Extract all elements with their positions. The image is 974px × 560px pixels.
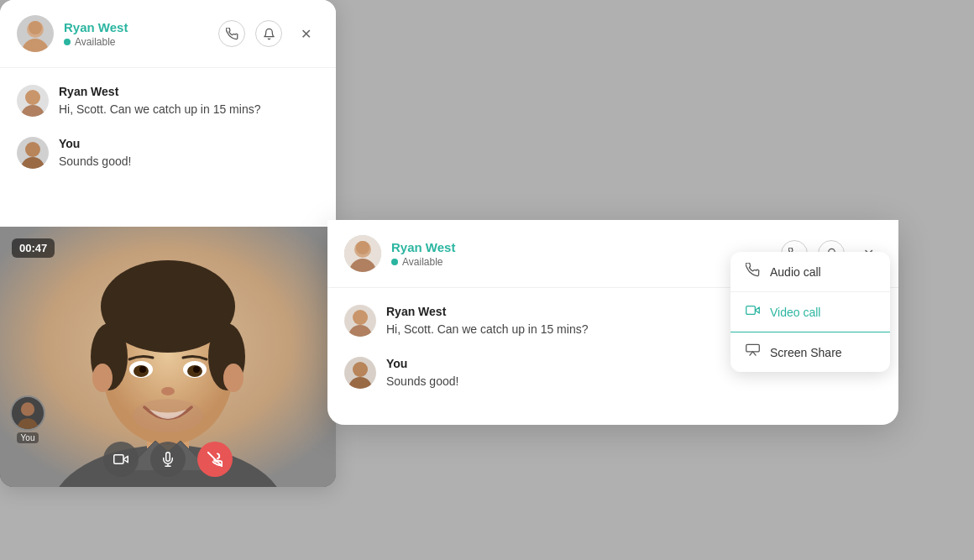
back-contact-avatar <box>17 15 54 52</box>
phone-icon <box>746 263 760 280</box>
svg-point-35 <box>356 241 369 254</box>
you-mini-avatar <box>10 395 45 431</box>
front-msg-ryan-avatar <box>344 305 376 337</box>
you-label: You <box>17 432 39 443</box>
call-options-dropdown: Audio call Video call <box>730 252 890 372</box>
svg-point-5 <box>25 90 40 105</box>
svg-rect-30 <box>114 455 123 464</box>
back-contact-info: Ryan West Available <box>64 20 208 48</box>
front-status-dot <box>391 259 398 265</box>
svg-rect-37 <box>746 306 756 315</box>
svg-point-0 <box>22 39 49 52</box>
call-timer: 00:47 <box>12 238 55 258</box>
video-icon <box>746 303 760 321</box>
front-card-header: Ryan West Available ✕ <box>327 220 898 288</box>
dropdown-audio-call[interactable]: Audio call <box>730 252 890 292</box>
svg-point-16 <box>92 364 113 392</box>
back-msg-ryan-text: Hi, Scott. Can we catch up in 15 mins? <box>59 102 260 118</box>
front-status-text: Available <box>402 256 442 268</box>
back-bell-button[interactable] <box>255 20 282 47</box>
svg-point-40 <box>353 310 368 325</box>
front-contact-info: Ryan West Available <box>391 240 771 268</box>
video-controls <box>103 442 233 477</box>
svg-marker-36 <box>755 307 759 313</box>
end-call-button[interactable] <box>197 442 233 477</box>
dropdown-screen-share-label: Screen Share <box>770 346 842 359</box>
screen-share-icon <box>746 343 760 361</box>
svg-point-22 <box>139 366 146 373</box>
back-status-row: Available <box>64 36 208 48</box>
front-msg-ryan-text: Hi, Scott. Can we catch up in 15 mins? <box>386 322 588 338</box>
front-msg-ryan-sender: Ryan West <box>386 305 588 318</box>
svg-point-43 <box>353 362 368 377</box>
dropdown-video-call-label: Video call <box>770 306 820 319</box>
back-call-button[interactable] <box>218 20 245 47</box>
svg-point-25 <box>133 399 203 432</box>
svg-point-28 <box>21 402 34 416</box>
front-header-actions: ✕ Audio call <box>781 240 882 267</box>
svg-point-2 <box>29 21 42 34</box>
back-status-text: Available <box>75 36 115 48</box>
you-mini-container: You <box>10 395 45 443</box>
svg-point-24 <box>161 387 175 395</box>
camera-toggle-button[interactable] <box>103 442 139 477</box>
svg-point-17 <box>223 364 244 392</box>
back-close-button[interactable]: ✕ <box>292 20 319 47</box>
video-call-overlay: 00:47 You <box>0 227 336 487</box>
back-msg-ryan-sender: Ryan West <box>59 85 260 98</box>
back-card-header: Ryan West Available ✕ <box>0 0 336 68</box>
back-contact-name: Ryan West <box>64 20 208 34</box>
back-chat-card: Ryan West Available ✕ <box>0 0 336 487</box>
front-msg-you-avatar <box>344 357 376 389</box>
back-msg-ryan-avatar <box>17 85 49 117</box>
back-msg-you-text: Sounds good! <box>59 154 131 170</box>
back-messages: Ryan West Hi, Scott. Can we catch up in … <box>0 68 336 170</box>
back-header-actions: ✕ <box>218 20 319 47</box>
front-msg-you-sender: You <box>386 357 458 370</box>
back-message-you: You Sounds good! <box>17 137 319 170</box>
front-contact-name: Ryan West <box>391 240 771 254</box>
front-status-row: Available <box>391 256 771 268</box>
svg-point-23 <box>193 366 200 373</box>
front-chat-card: Ryan West Available ✕ <box>327 220 898 425</box>
back-msg-you-sender: You <box>59 137 131 150</box>
front-contact-avatar <box>344 235 381 272</box>
back-status-dot <box>64 39 71 45</box>
mic-toggle-button[interactable] <box>150 442 186 477</box>
front-msg-you-text: Sounds good! <box>386 374 458 390</box>
svg-point-8 <box>25 142 40 157</box>
dropdown-video-call[interactable]: Video call <box>730 292 890 332</box>
back-message-ryan: Ryan West Hi, Scott. Can we catch up in … <box>17 85 319 118</box>
back-msg-you-avatar <box>17 137 49 169</box>
dropdown-audio-call-label: Audio call <box>770 265 821 279</box>
dropdown-screen-share[interactable]: Screen Share <box>730 332 890 372</box>
svg-marker-29 <box>123 456 128 463</box>
